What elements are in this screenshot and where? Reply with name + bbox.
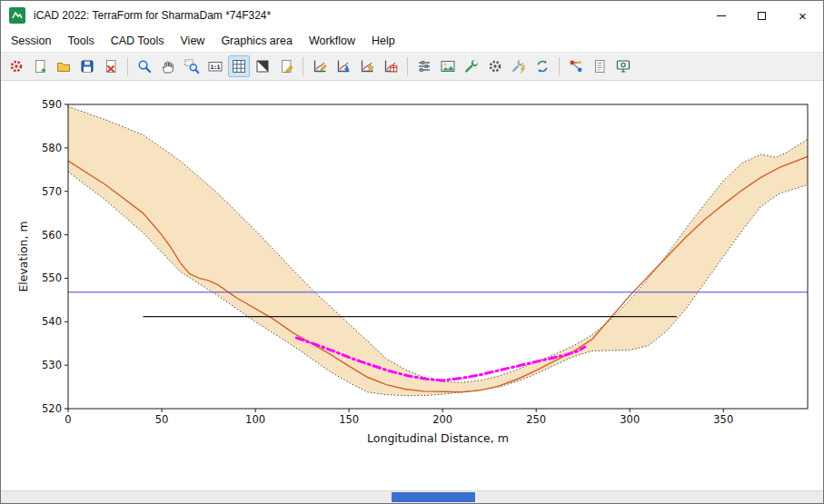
quick-fix-icon[interactable] [508,55,530,77]
svg-text:1:1: 1:1 [210,64,220,70]
x-tick-label: 250 [526,413,546,426]
x-tick-label: 300 [620,413,640,426]
profile-chart: 0501001502002503003505205305405505605705… [1,81,823,490]
y-tick-label: 520 [42,402,62,415]
y-tick-label: 580 [42,142,62,154]
menu-cad-tools[interactable]: CAD Tools [103,30,173,52]
x-tick-label: 100 [245,413,265,426]
zoom-window-icon[interactable] [181,55,203,77]
report-icon[interactable] [589,55,611,77]
toolbar-separator [127,57,128,75]
session-settings-icon[interactable] [5,55,27,77]
plot-data-table-icon[interactable] [380,55,402,77]
x-tick-label: 50 [155,413,169,426]
settings-gear-icon[interactable] [484,55,506,77]
titlebar: iCAD 2022: TerraForm for SharmaDam *74F3… [1,1,823,30]
toolbar-separator [407,57,408,75]
close-icon: × [799,9,807,23]
maximize-icon [758,12,766,20]
y-tick-label: 570 [42,185,62,198]
window-title: iCAD 2022: TerraForm for SharmaDam *74F3… [34,9,700,22]
y-tick-label: 550 [42,272,62,284]
status-highlight-segment [392,492,475,502]
open-session-icon[interactable] [53,55,74,77]
invert-colors-icon[interactable] [252,55,273,77]
minimize-icon [717,15,726,16]
toolbar: 1:1 [1,53,823,81]
status-bar [1,490,823,503]
toolbar-separator [559,57,560,75]
menu-graphics-area[interactable]: Graphics area [213,30,301,52]
pan-icon[interactable] [157,55,179,77]
workflow-nodes-icon[interactable] [565,55,587,77]
zoom-actual-size-icon[interactable]: 1:1 [204,55,226,77]
menu-view[interactable]: View [173,30,213,52]
green-tools-icon[interactable] [461,55,482,77]
sync-settings-icon[interactable] [531,55,553,77]
y-tick-label: 560 [42,229,62,242]
app-icon [9,7,25,24]
menu-workflow[interactable]: Workflow [301,30,363,52]
close-button[interactable]: × [782,1,823,30]
delete-session-icon[interactable] [100,55,122,77]
graphics-area[interactable]: 0501001502002503003505205305405505605705… [1,81,823,490]
section-levels-icon[interactable] [413,55,435,77]
app-window: iCAD 2022: TerraForm for SharmaDam *74F3… [0,0,824,504]
menu-session[interactable]: Session [3,30,59,52]
grid-toggle-icon[interactable] [228,55,250,77]
y-tick-label: 530 [42,359,62,371]
menubar: SessionToolsCAD ToolsViewGraphics areaWo… [1,30,823,53]
export-image-icon[interactable] [437,55,459,77]
y-axis-label: Elevation, m [16,221,30,292]
plot-edit-icon[interactable] [309,55,331,77]
menu-tools[interactable]: Tools [59,30,102,52]
display-settings-icon[interactable] [612,55,634,77]
x-tick-label: 0 [65,413,71,426]
minimize-button[interactable] [700,1,741,30]
x-axis-label: Longitudinal Distance, m [367,431,509,445]
y-tick-label: 540 [42,315,62,328]
x-tick-label: 350 [713,413,733,426]
menu-help[interactable]: Help [363,30,403,52]
new-session-icon[interactable] [29,55,51,77]
window-controls: × [700,1,823,30]
plot-import-icon[interactable] [333,55,354,77]
x-tick-label: 150 [339,413,359,426]
zoom-icon[interactable] [134,55,155,77]
toolbar-separator [303,57,303,75]
y-tick-label: 590 [42,98,62,111]
x-tick-label: 200 [432,413,452,426]
plot-new-icon[interactable] [356,55,378,77]
save-session-icon[interactable] [76,55,98,77]
maximize-button[interactable] [741,1,782,30]
edit-graphics-icon[interactable] [275,55,297,77]
